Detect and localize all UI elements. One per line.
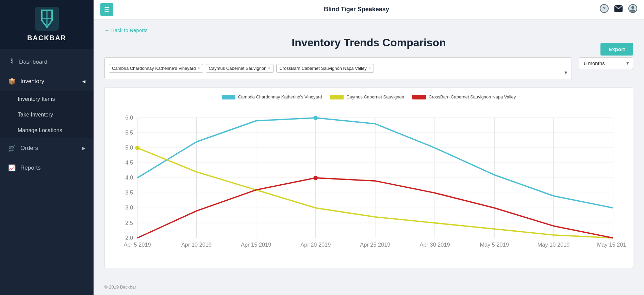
sidebar-item-inventory-label: Inventory <box>20 78 44 85</box>
chart-legend: Cambria Chardonnay Katherine's Vineyard … <box>112 94 626 99</box>
footer-text: © 2019 Backbar <box>104 284 136 290</box>
svg-text:5.0: 5.0 <box>125 144 133 151</box>
inventory-chevron-icon: ◀ <box>82 79 85 84</box>
tag-caymus-label: Caymus Cabernet Sauvignon <box>209 66 267 71</box>
sidebar-item-inventory-items[interactable]: Inventory Items <box>0 91 94 107</box>
sidebar-logo: BACKBAR <box>0 0 94 49</box>
svg-text:5.5: 5.5 <box>125 129 133 136</box>
tag-cambria-label: Cambria Chardonnay Katherine's Vineyard <box>112 66 196 71</box>
user-button[interactable] <box>628 4 637 15</box>
svg-text:3.5: 3.5 <box>125 189 133 196</box>
sidebar: BACKBAR 🎛 Dashboard 📦 Inventory ◀ Invent… <box>0 0 94 295</box>
sidebar-item-reports[interactable]: 📈 Reports <box>0 158 94 178</box>
back-to-reports-label: Back to Reports <box>111 27 148 33</box>
legend-swatch-cambria <box>222 95 235 99</box>
tag-crossbarn-remove[interactable]: × <box>368 66 371 71</box>
sidebar-item-reports-label: Reports <box>20 165 41 171</box>
inventory-items-label: Inventory Items <box>18 96 55 102</box>
topbar: ☰ Blind Tiger Speakeasy ? <box>94 0 644 19</box>
sidebar-item-dashboard[interactable]: 🎛 Dashboard <box>0 52 94 72</box>
tag-crossbarn-label: CrossBarn Cabernet Sauvignon Napa Valley <box>279 66 366 71</box>
sidebar-item-take-inventory[interactable]: Take Inventory <box>0 107 94 123</box>
legend-label-crossbarn: CrossBarn Cabernet Sauvignon Napa Valley <box>429 94 516 99</box>
envelope-icon <box>614 5 623 12</box>
svg-text:4.5: 4.5 <box>125 159 133 166</box>
content-area: ← Back to Reports Inventory Trends Compa… <box>94 19 644 279</box>
svg-text:Apr 5 2019: Apr 5 2019 <box>124 242 151 248</box>
svg-text:6.0: 6.0 <box>125 114 133 121</box>
topbar-icons: ? <box>600 4 637 15</box>
time-select-wrapper: 6 months 3 months 1 year <box>579 57 633 69</box>
tags-dropdown-icon[interactable]: ▼ <box>563 70 568 75</box>
sidebar-nav: 🎛 Dashboard 📦 Inventory ◀ Inventory Item… <box>0 49 94 295</box>
manage-locations-label: Manage Locations <box>18 127 62 134</box>
sidebar-item-orders-label: Orders <box>20 145 38 152</box>
svg-text:?: ? <box>603 6 606 11</box>
page-title: Inventory Trends Comparison <box>104 36 633 49</box>
take-inventory-label: Take Inventory <box>18 112 53 118</box>
chart-container: Cambria Chardonnay Katherine's Vineyard … <box>104 87 633 268</box>
svg-text:Apr 10 2019: Apr 10 2019 <box>181 242 212 248</box>
tag-cambria-remove[interactable]: × <box>198 66 200 71</box>
back-arrow-icon: ← <box>104 27 110 33</box>
series-cambria-dot-max <box>313 115 318 120</box>
sidebar-item-dashboard-label: Dashboard <box>19 59 47 65</box>
sidebar-item-inventory[interactable]: 📦 Inventory ◀ <box>0 72 94 91</box>
reports-icon: 📈 <box>8 164 16 172</box>
svg-text:Apr 25 2019: Apr 25 2019 <box>360 242 390 248</box>
dashboard-icon: 🎛 <box>8 58 14 65</box>
tag-cambria: Cambria Chardonnay Katherine's Vineyard … <box>109 64 203 73</box>
backbar-logo-text: BACKBAR <box>27 34 66 42</box>
sidebar-item-orders[interactable]: 🛒 Orders ▶ <box>0 138 94 158</box>
svg-text:2.5: 2.5 <box>125 220 133 226</box>
svg-text:May 15 2019: May 15 2019 <box>597 242 626 248</box>
orders-chevron-icon: ▶ <box>82 146 85 151</box>
sidebar-item-manage-locations[interactable]: Manage Locations <box>0 123 94 138</box>
inventory-icon: 📦 <box>8 78 16 85</box>
svg-text:May 10 2019: May 10 2019 <box>538 242 570 248</box>
legend-item-crossbarn: CrossBarn Cabernet Sauvignon Napa Valley <box>412 94 516 99</box>
svg-text:Apr 15 2019: Apr 15 2019 <box>241 242 271 248</box>
orders-icon: 🛒 <box>8 144 16 152</box>
back-to-reports-link[interactable]: ← Back to Reports <box>104 27 148 33</box>
legend-item-cambria: Cambria Chardonnay Katherine's Vineyard <box>222 94 322 99</box>
legend-swatch-crossbarn <box>412 95 426 99</box>
messages-button[interactable] <box>614 5 623 14</box>
menu-button[interactable]: ☰ <box>100 3 113 16</box>
svg-text:2.0: 2.0 <box>125 235 133 241</box>
main-area: ☰ Blind Tiger Speakeasy ? <box>94 0 644 295</box>
tag-crossbarn: CrossBarn Cabernet Sauvignon Napa Valley… <box>276 64 374 73</box>
help-icon: ? <box>600 4 609 13</box>
time-period-select[interactable]: 6 months 3 months 1 year <box>579 57 633 69</box>
legend-item-caymus: Caymus Cabernet Sauvignon <box>330 94 404 99</box>
help-button[interactable]: ? <box>600 4 609 15</box>
legend-swatch-caymus <box>330 95 344 99</box>
chart-svg-wrapper: .grid-line { stroke: #e0e0e0; stroke-wid… <box>112 105 626 261</box>
trend-chart: .grid-line { stroke: #e0e0e0; stroke-wid… <box>112 105 626 260</box>
svg-point-9 <box>631 6 634 9</box>
svg-text:May 5 2019: May 5 2019 <box>480 242 509 248</box>
tag-caymus-remove[interactable]: × <box>268 66 270 71</box>
series-crossbarn-dot-max <box>313 176 318 180</box>
tag-caymus: Caymus Cabernet Sauvignon × <box>206 64 274 73</box>
topbar-title: Blind Tiger Speakeasy <box>113 6 600 13</box>
legend-label-cambria: Cambria Chardonnay Katherine's Vineyard <box>238 94 322 99</box>
legend-label-caymus: Caymus Cabernet Sauvignon <box>346 94 404 99</box>
export-button[interactable]: Export <box>600 43 633 56</box>
series-caymus-dot-start <box>135 146 139 150</box>
footer: © 2019 Backbar <box>94 279 644 295</box>
svg-text:Apr 20 2019: Apr 20 2019 <box>300 242 331 248</box>
user-icon <box>628 4 637 13</box>
backbar-logo-icon <box>35 7 59 31</box>
svg-text:4.0: 4.0 <box>125 174 133 181</box>
filter-row: Cambria Chardonnay Katherine's Vineyard … <box>104 57 633 79</box>
svg-text:3.0: 3.0 <box>125 204 133 211</box>
items-selector[interactable]: Cambria Chardonnay Katherine's Vineyard … <box>104 57 572 79</box>
svg-text:Apr 30 2019: Apr 30 2019 <box>419 242 450 248</box>
